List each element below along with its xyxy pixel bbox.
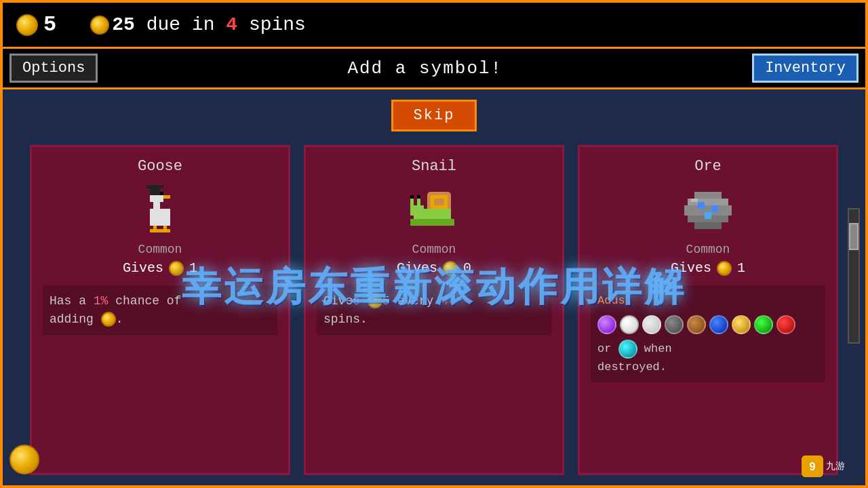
niuyou-svg: 9: [802, 455, 823, 477]
card-ore-gives: Gives 1: [671, 260, 745, 276]
card-snail-sprite: [407, 182, 461, 236]
svg-rect-28: [705, 212, 711, 219]
svg-rect-9: [150, 229, 160, 232]
header-title: Add a symbol!: [347, 58, 502, 79]
scroll-thumb[interactable]: [849, 223, 859, 250]
ore-pixel-art: [684, 185, 732, 232]
svg-rect-18: [410, 195, 414, 199]
options-button[interactable]: Options: [9, 54, 98, 83]
inventory-button[interactable]: Inventory: [752, 54, 859, 83]
gem-purple: [597, 315, 616, 334]
gem-blue: [709, 315, 728, 334]
card-snail-gives: Gives 0: [397, 260, 471, 276]
card-goose[interactable]: Goose: [30, 145, 290, 475]
due-label: due in: [146, 14, 215, 35]
coin-icon: [16, 14, 38, 36]
svg-rect-5: [146, 185, 163, 188]
gem-dark-gray: [665, 315, 684, 334]
snail-desc-gives: Gives: [323, 294, 368, 308]
svg-rect-6: [150, 188, 160, 195]
svg-rect-17: [417, 199, 420, 209]
gem-white: [620, 315, 639, 334]
gem-light: [642, 315, 661, 334]
snail-desc-spins-num: 4: [441, 294, 448, 308]
coin-count: 5: [43, 12, 56, 37]
due-spins: 4: [226, 14, 237, 35]
card-ore-title: Ore: [694, 158, 722, 175]
svg-text:9: 9: [810, 461, 816, 472]
card-ore-desc: Adds or whendestroyed.: [591, 285, 825, 382]
due-display: 25 due in 4 spins: [90, 14, 306, 35]
svg-rect-4: [160, 192, 163, 195]
gem-green: [754, 315, 773, 334]
snail-desc-spins-text: spins.: [323, 312, 368, 326]
svg-rect-25: [694, 222, 722, 229]
svg-rect-19: [417, 195, 420, 199]
ore-gems-grid: [597, 315, 818, 334]
goose-desc-coin: [101, 312, 116, 327]
ore-gives-label: Gives: [671, 260, 711, 276]
main-content: 幸运房东重新滚动作用详解 Skip Goose: [3, 89, 865, 485]
gem-cyan: [618, 340, 637, 359]
gem-red: [776, 315, 795, 334]
scroll-bar[interactable]: [848, 208, 860, 344]
top-bar: 5 25 due in 4 spins: [3, 3, 865, 49]
goose-gives-amount: 1: [189, 260, 197, 276]
card-goose-sprite: [133, 182, 187, 236]
card-snail-desc: Gives 5 every 4spins.: [317, 285, 551, 336]
snail-desc-coin: [368, 293, 382, 308]
ore-desc-or: or: [597, 342, 618, 355]
snail-desc-amount: 5 every: [382, 294, 441, 308]
svg-rect-3: [163, 195, 170, 199]
niuyou-text: 九游: [826, 460, 845, 472]
goose-gives-coin: [169, 261, 184, 276]
gem-brown: [687, 315, 706, 334]
game-container: 5 25 due in 4 spins Options Add a symbol…: [0, 0, 868, 488]
goose-desc-text3: .: [116, 312, 123, 326]
bottom-left-deco: [9, 445, 43, 479]
card-ore-rarity: Common: [686, 243, 730, 256]
card-snail[interactable]: Snail: [304, 145, 564, 475]
card-snail-rarity: Common: [412, 243, 456, 256]
card-ore[interactable]: Ore: [578, 145, 838, 475]
niuyou-icon: 9: [802, 455, 823, 477]
goose-gives-label: Gives: [123, 260, 163, 276]
bottom-coin-icon: [9, 445, 39, 474]
goose-desc-text1: Has a: [50, 294, 94, 308]
svg-rect-16: [410, 199, 414, 209]
coin-display: 5: [16, 12, 56, 37]
snail-gives-label: Gives: [397, 260, 437, 276]
svg-rect-26: [698, 202, 705, 209]
svg-rect-29: [691, 199, 698, 202]
card-goose-rarity: Common: [138, 243, 182, 256]
due-spins-suffix: spins: [249, 14, 306, 35]
niuyou-logo: 9 九游: [802, 455, 845, 477]
svg-rect-20: [410, 219, 454, 226]
header-bar: Options Add a symbol! Inventory: [3, 49, 865, 89]
snail-pixel-art: [410, 188, 458, 229]
svg-rect-27: [711, 205, 718, 212]
cards-container: Goose: [30, 145, 838, 475]
goose-desc-percent: 1%: [94, 294, 108, 308]
snail-gives-amount: 0: [463, 260, 471, 276]
card-goose-desc: Has a 1% chance ofadding .: [43, 285, 277, 336]
gem-gold: [732, 315, 751, 334]
svg-rect-13: [434, 199, 444, 205]
svg-rect-10: [160, 229, 170, 232]
card-goose-gives: Gives 1: [123, 260, 197, 276]
skip-button[interactable]: Skip: [391, 100, 477, 131]
ore-desc-adds: Adds: [597, 294, 625, 307]
snail-gives-coin: [443, 261, 458, 276]
card-ore-sprite: [681, 182, 735, 236]
ore-gives-coin: [717, 261, 732, 276]
due-coin-icon: [90, 16, 109, 35]
due-coins: 25: [112, 14, 135, 35]
goose-pixel-art: [136, 185, 184, 232]
svg-rect-21: [694, 192, 722, 199]
card-snail-title: Snail: [412, 158, 456, 175]
card-goose-title: Goose: [138, 158, 182, 175]
ore-gives-amount: 1: [737, 260, 745, 276]
